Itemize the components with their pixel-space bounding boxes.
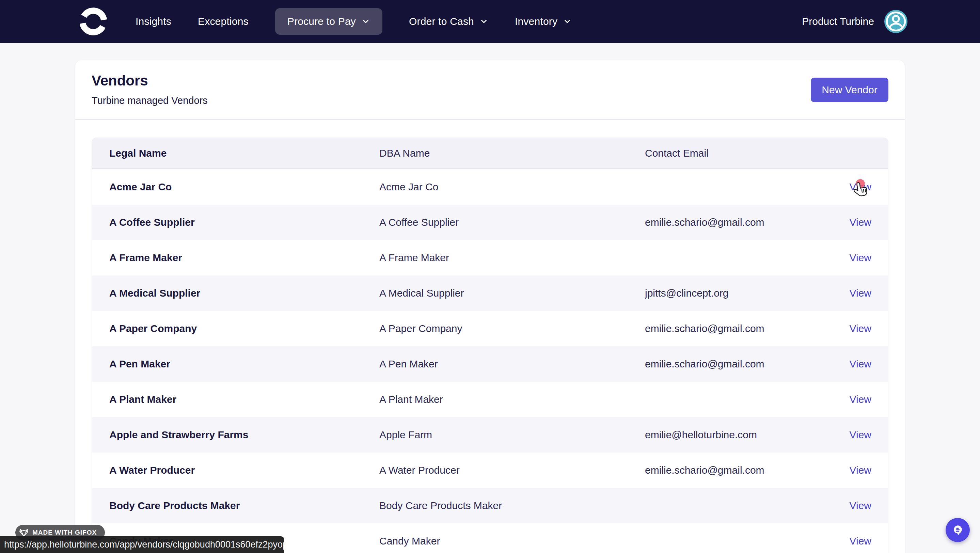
nav-item-insights[interactable]: Insights [135,16,171,27]
cell-legal-name: A Coffee Supplier [92,216,379,228]
cell-dba-name: A Frame Maker [379,252,645,264]
view-link[interactable]: View [850,181,871,192]
view-link[interactable]: View [850,288,871,299]
vendors-card: Vendors Turbine managed Vendors New Vend… [75,60,905,553]
cell-contact-email: emilie.schario@gmail.com [645,323,831,334]
view-link[interactable]: View [850,500,871,511]
vendor-table-row: A Pen MakerA Pen Makeremilie.schario@gma… [92,346,888,382]
turbine-logo-icon[interactable] [78,6,109,37]
nav-item-label: Exceptions [198,16,248,27]
view-link[interactable]: View [850,216,871,228]
cell-actions: View [831,252,888,264]
cell-dba-name: Candy Maker [379,535,645,547]
vendor-table-row: A Water ProducerA Water Produceremilie.s… [92,453,888,488]
nav-item-label: Inventory [515,16,557,27]
cell-legal-name: A Medical Supplier [92,288,379,299]
cell-legal-name: Apple and Strawberry Farms [92,429,379,441]
cell-actions: View [831,216,888,228]
gifox-badge-label: MADE WITH GIFOX [32,529,97,536]
cell-actions: View [831,394,888,405]
chevron-down-icon [479,17,488,26]
view-link[interactable]: View [850,323,871,334]
vendor-table-row: A Coffee SupplierA Coffee Supplieremilie… [92,205,888,240]
cell-legal-name: A Pen Maker [92,358,379,370]
table-header-row: Legal Name DBA Name Contact Email [92,138,888,169]
view-link[interactable]: View [850,535,871,547]
cell-actions: View [831,181,888,193]
vendor-table-row: A Paper CompanyA Paper Companyemilie.sch… [92,311,888,346]
view-link[interactable]: View [850,429,871,440]
view-link[interactable]: View [850,394,871,405]
cell-legal-name: Acme Jar Co [92,181,379,193]
vendors-card-header: Vendors Turbine managed Vendors New Vend… [75,60,905,120]
cell-actions: View [831,535,888,547]
vendor-table-row: A Medical SupplierA Medical Supplierjpit… [92,275,888,311]
vendors-table: Legal Name DBA Name Contact Email Acme J… [92,138,888,553]
cell-actions: View [831,358,888,370]
nav-item-label: Procure to Pay [287,16,356,27]
nav-item-label: Order to Cash [409,16,474,27]
nav-item-inventory[interactable]: Inventory [515,16,572,27]
cell-contact-email: emilie@helloturbine.com [645,429,831,441]
view-link[interactable]: View [850,358,871,369]
cell-contact-email: jpitts@clincept.org [645,288,831,299]
cell-legal-name: A Paper Company [92,323,379,334]
cell-contact-email: emilie.schario@gmail.com [645,358,831,370]
page-subtitle: Turbine managed Vendors [92,95,888,106]
cell-contact-email: emilie.schario@gmail.com [645,464,831,476]
cell-dba-name: Acme Jar Co [379,181,645,193]
cell-actions: View [831,464,888,476]
column-header-legal-name: Legal Name [92,148,379,159]
vendor-table-row: Acme Jar CoAcme Jar CoView [92,169,888,205]
cell-actions: View [831,323,888,334]
column-header-contact-email: Contact Email [645,148,831,159]
top-navigation: Insights Exceptions Procure to Pay Order… [0,0,980,43]
cell-dba-name: A Paper Company [379,323,645,334]
chat-launcher-button[interactable] [946,518,970,542]
new-vendor-button[interactable]: New Vendor [811,78,888,102]
cell-legal-name: A Water Producer [92,464,379,476]
nav-right-group: Product Turbine [802,10,907,33]
nav-item-order-to-cash[interactable]: Order to Cash [409,16,488,27]
nav-item-procure-to-pay[interactable]: Procure to Pay [275,8,382,35]
cell-dba-name: Apple Farm [379,429,645,441]
cell-dba-name: A Coffee Supplier [379,216,645,228]
nav-item-exceptions[interactable]: Exceptions [198,16,248,27]
cell-legal-name: Body Care Products Maker [92,500,379,512]
cell-actions: View [831,429,888,441]
cell-legal-name: A Frame Maker [92,252,379,264]
page-title: Vendors [92,73,888,89]
cell-actions: View [831,500,888,512]
chevron-down-icon [361,17,370,26]
column-header-dba-name: DBA Name [379,148,645,159]
vendor-table-row: Apple and Strawberry FarmsApple Farmemil… [92,417,888,453]
user-avatar-icon[interactable] [884,10,907,33]
vendor-table-row: A Plant MakerA Plant MakerView [92,382,888,417]
nav-item-label: Insights [135,16,171,27]
cell-dba-name: A Water Producer [379,464,645,476]
chevron-down-icon [563,17,572,26]
cell-dba-name: A Plant Maker [379,394,645,405]
account-name: Product Turbine [802,16,874,27]
cell-dba-name: Body Care Products Maker [379,500,645,512]
cell-actions: View [831,288,888,299]
nav-left-group: Insights Exceptions Procure to Pay Order… [78,6,572,37]
table-body: Acme Jar CoAcme Jar CoViewA Coffee Suppl… [92,169,888,553]
view-link[interactable]: View [850,252,871,263]
view-link[interactable]: View [850,464,871,476]
cell-contact-email: emilie.schario@gmail.com [645,216,831,228]
cell-dba-name: A Pen Maker [379,358,645,370]
cell-legal-name: A Plant Maker [92,394,379,405]
vendor-table-row: Body Care Products MakerBody Care Produc… [92,488,888,523]
vendor-table-row: A Frame MakerA Frame MakerView [92,240,888,275]
browser-status-url: https://app.helloturbine.com/app/vendors… [0,536,284,553]
chat-bubble-icon [950,523,966,538]
cell-dba-name: A Medical Supplier [379,288,645,299]
